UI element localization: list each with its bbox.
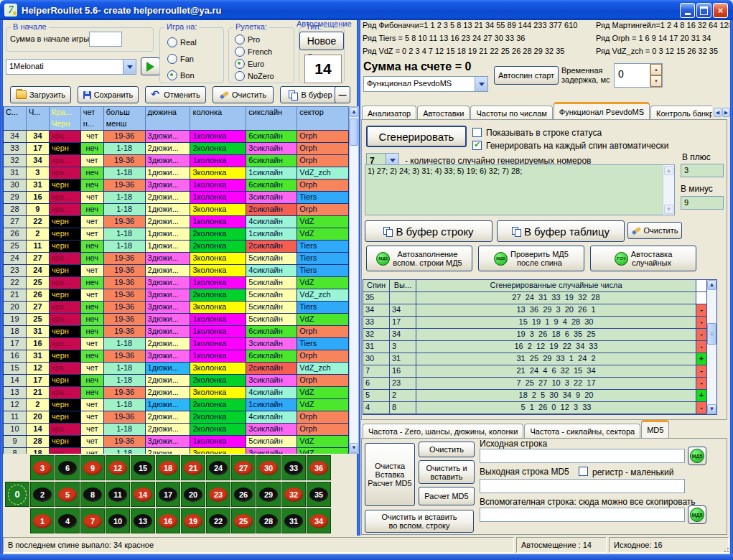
table-row[interactable]: 10 14 кра... чет 1-18 2дюжи... 2колонка …: [4, 424, 349, 436]
table-row[interactable]: 27 22 черн чет 19-36 2дюжи... 1колонка 4…: [4, 216, 349, 228]
toolbar-button[interactable]: Отменить: [145, 86, 206, 103]
table-row[interactable]: 4 8 5 1 26 0 12 3 33 -: [363, 402, 716, 414]
board-number-cell[interactable]: 15: [131, 455, 155, 480]
col-column[interactable]: колонка: [190, 107, 246, 118]
radio-icon[interactable]: [235, 71, 245, 81]
clear-generated-button[interactable]: Очистить: [627, 222, 682, 239]
tab[interactable]: Частота - Zero, шансы, дюжины, колонки: [363, 424, 523, 438]
tab[interactable]: Частота - сиклайны, сектора: [524, 424, 640, 438]
table-row[interactable]: 23 24 черн чет 19-36 2дюжи... 3колонка 4…: [4, 265, 349, 277]
tabs-scroll-right-icon[interactable]: ▶: [722, 108, 730, 117]
col-number[interactable]: Ч...: [27, 107, 50, 118]
board-number-cell[interactable]: 12: [106, 455, 130, 480]
tab[interactable]: MD5: [641, 420, 669, 438]
generate-each-spin-checkbox[interactable]: [472, 141, 482, 150]
md5-clear-paste-aux-button[interactable]: Очистить и вставитьво вспом. строку: [365, 510, 474, 533]
start-sum-input[interactable]: [89, 32, 122, 47]
chevron-down-icon[interactable]: [123, 60, 136, 74]
board-number-cell[interactable]: 25: [231, 508, 256, 533]
col-spin[interactable]: Спин: [363, 280, 390, 292]
source-string-input[interactable]: [480, 449, 685, 463]
stepper-up-icon[interactable]: ▲: [650, 64, 662, 75]
table-row[interactable]: 8 18 кра... чет 1-18 2дюжи... 3колонка 3…: [4, 448, 349, 454]
autospin-start-button[interactable]: Автоспин старт: [494, 66, 559, 85]
toolbar-button[interactable]: Загрузить: [10, 86, 71, 103]
board-number-cell[interactable]: 11: [106, 482, 130, 507]
board-number-cell[interactable]: 35: [307, 482, 331, 507]
table-row[interactable]: 30 31 черн неч 19-36 3дюжи... 1колонка 6…: [4, 179, 349, 192]
board-number-cell[interactable]: 0: [5, 482, 29, 507]
radio-icon[interactable]: [235, 59, 245, 69]
aux-string-input[interactable]: [480, 508, 685, 522]
spin-table-scrollbar[interactable]: ▲ ≡ ▼: [706, 280, 716, 414]
board-number-cell[interactable]: 5: [55, 482, 80, 507]
board-number-cell[interactable]: 32: [281, 482, 306, 507]
table-row[interactable]: 7 16 21 24 4 6 32 15 34 -: [363, 365, 716, 378]
show-in-status-checkbox[interactable]: [472, 128, 482, 137]
table-row[interactable]: 34 34 кра... чет 19-36 3дюжи... 1колонка…: [4, 131, 349, 143]
board-number-cell[interactable]: 31: [281, 508, 306, 533]
board-number-cell[interactable]: 29: [256, 482, 281, 507]
board-number-cell[interactable]: 18: [156, 455, 180, 480]
board-number-cell[interactable]: 27: [231, 455, 256, 480]
scroll-down-icon[interactable]: ▼: [350, 443, 358, 453]
play-button[interactable]: [141, 57, 160, 75]
md5-helper-button[interactable]: МД5Автозаполнениевспом. строки МД5: [366, 246, 472, 271]
col-generated[interactable]: Сгенерированные случайные числа: [416, 280, 696, 292]
copy-row-to-clipboard-button[interactable]: В буфер строку: [365, 220, 492, 242]
table-row[interactable]: 5 2 18 2 5 30 34 9 20 +: [363, 390, 716, 402]
table-row[interactable]: 12 2 черн чет 1-18 1дюжи... 2колонка 1си…: [4, 399, 349, 411]
radio-option[interactable]: French: [235, 46, 274, 57]
collapse-button[interactable]: —: [335, 86, 350, 103]
generated-numbers-textarea[interactable]: 1) 27; 2) 24; 3) 31; 4) 33; 5) 19; 6) 32…: [365, 164, 675, 215]
board-number-cell[interactable]: 13: [131, 508, 155, 533]
stepper-down-icon[interactable]: ▼: [650, 75, 662, 87]
table-row[interactable]: 18 31 черн неч 19-36 3дюжи... 1колонка 6…: [4, 326, 349, 338]
table-row[interactable]: 32 34 кра... чет 19-36 3дюжи... 1колонка…: [4, 155, 349, 167]
board-number-cell[interactable]: 20: [181, 482, 205, 507]
board-number-cell[interactable]: 8: [80, 482, 105, 507]
table-row[interactable]: 6 23 7 25 27 10 3 22 17 -: [363, 378, 716, 390]
table-row[interactable]: 20 27 кра... неч 19-36 3дюжи... 3колонка…: [4, 302, 349, 314]
chevron-down-icon[interactable]: [475, 77, 487, 91]
table-row[interactable]: 29 16 кра... чет 1-18 2дюжи... 1колонка …: [4, 192, 349, 204]
table-row[interactable]: 31 3 кра... неч 1-18 1дюжи... 3колонка 1…: [4, 167, 349, 179]
table-row[interactable]: 34 34 13 36 29 3 20 26 1 -: [363, 304, 716, 317]
lowercase-checkbox[interactable]: [579, 467, 588, 476]
radio-option[interactable]: NoZero: [235, 70, 274, 81]
scroll-up-icon[interactable]: ▲: [664, 166, 673, 175]
board-number-cell[interactable]: 4: [55, 508, 80, 533]
table-row[interactable]: 19 25 кра... неч 19-36 3дюжи... 1колонка…: [4, 314, 349, 326]
generate-button[interactable]: Сгенерировать: [366, 126, 467, 147]
md5-clear-paste-calc-button[interactable]: ОчисткаВставкаРасчет MD5: [365, 443, 415, 506]
output-string-input[interactable]: [480, 479, 685, 493]
col-red[interactable]: Кра...: [50, 107, 81, 118]
board-number-cell[interactable]: 1: [30, 508, 55, 533]
board-number-cell[interactable]: 2: [30, 482, 55, 507]
md5-calc-button[interactable]: Расчет MD5: [419, 487, 475, 505]
col-spin[interactable]: С...: [4, 107, 27, 118]
md5-clear-button[interactable]: Очистить: [419, 442, 475, 457]
table-row[interactable]: 14 17 черн неч 1-18 2дюжи... 2колонка 3с…: [4, 375, 349, 387]
md5-helper-button[interactable]: ГСЧАвтоставкаслучайных: [590, 246, 696, 271]
tab[interactable]: Частоты по числам: [470, 106, 552, 120]
md5-clear-and-paste-button[interactable]: Очистить ивставить: [419, 460, 475, 484]
md5-calc-source-button[interactable]: МД5: [688, 447, 706, 465]
maximize-button[interactable]: [696, 3, 711, 18]
board-number-cell[interactable]: 26: [231, 482, 256, 507]
tab[interactable]: Функционал PsevdoMS: [554, 102, 650, 120]
col-sixline[interactable]: сикслайн: [246, 107, 297, 118]
delay-stepper[interactable]: 0 ▲ ▼: [614, 63, 663, 88]
board-number-cell[interactable]: 30: [256, 455, 281, 480]
scroll-up-icon[interactable]: ▲: [350, 107, 358, 117]
radio-icon[interactable]: [235, 47, 245, 57]
board-number-cell[interactable]: 17: [156, 482, 180, 507]
copy-table-to-clipboard-button[interactable]: В буфер таблицу: [497, 220, 625, 242]
table-row[interactable]: 26 2 черн чет 1-18 1дюжи... 2колонка 1си…: [4, 228, 349, 241]
board-number-cell[interactable]: 3: [30, 455, 55, 480]
resize-grip[interactable]: [722, 546, 729, 553]
table-row[interactable]: 31 3 16 2 12 19 22 34 33 -: [363, 341, 716, 353]
col-odd[interactable]: н...: [81, 118, 104, 131]
table-row[interactable]: 17 16 кра... чет 1-18 2дюжи... 1колонка …: [4, 338, 349, 350]
toolbar-button[interactable]: Очистить: [213, 86, 274, 103]
